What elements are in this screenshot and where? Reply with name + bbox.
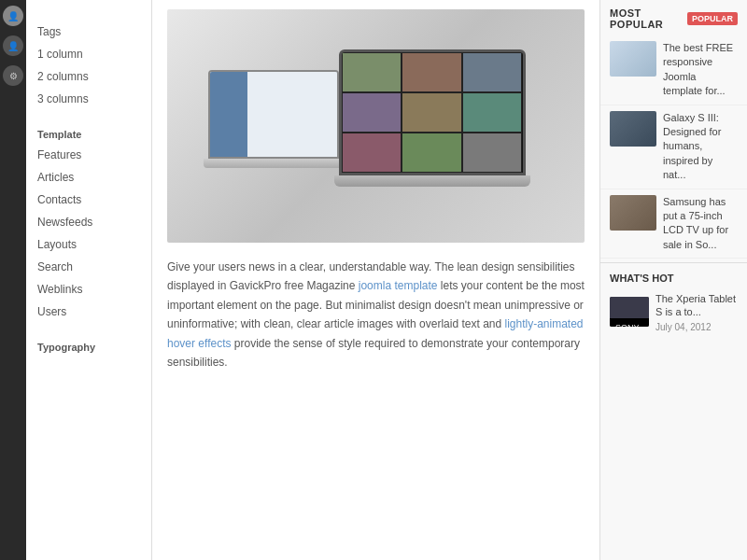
sony-label: SONY [613, 322, 642, 328]
most-popular-header: MOST POPULAR POPULAR [600, 0, 747, 35]
nav-tags[interactable]: Tags [26, 21, 151, 43]
icon-sidebar: 👤 👤 ⚙ [0, 0, 26, 560]
nav-articles[interactable]: Articles [26, 166, 151, 189]
nav-features[interactable]: Features [26, 144, 151, 166]
typography-section-title: Typography [26, 334, 151, 357]
hot-article-1-thumb: SONY [610, 297, 649, 327]
article-3-text: Samsung has put a 75-inch LCD TV up for … [663, 195, 738, 253]
nav-contacts[interactable]: Contacts [26, 189, 151, 211]
hot-article-1[interactable]: SONY The Xperia Tablet S is a to... July… [600, 287, 747, 337]
person-circle-icon[interactable]: 👤 [3, 35, 23, 56]
nav-2col[interactable]: 2 columns [26, 65, 151, 88]
hot-article-1-title: The Xperia Tablet S is a to... [655, 292, 738, 319]
nav-1col[interactable]: 1 column [26, 43, 151, 65]
article-1-text: The best FREE responsive Joomla template… [663, 41, 738, 99]
nav-search[interactable]: Search [26, 256, 151, 278]
article-1-thumb [610, 41, 656, 77]
joomla-template-link[interactable]: joomla template [359, 279, 438, 292]
template-section-title: Template [26, 121, 151, 144]
nav-newsfeeds[interactable]: Newsfeeds [26, 211, 151, 233]
hot-article-1-info: The Xperia Tablet S is a to... July 04, … [655, 292, 738, 332]
main-content: Give your users news in a clear, underst… [152, 0, 599, 560]
nav-3col[interactable]: 3 columns [26, 88, 151, 110]
person-icon[interactable]: 👤 [3, 6, 23, 26]
nav-weblinks[interactable]: Weblinks [26, 278, 151, 301]
right-sidebar: MOST POPULAR POPULAR The best FREE respo… [599, 0, 747, 560]
whats-hot-title: WHAT'S HOT [600, 267, 747, 287]
hot-article-1-date: July 04, 2012 [655, 322, 738, 332]
popular-article-1[interactable]: The best FREE responsive Joomla template… [600, 35, 747, 105]
laptop-left [208, 70, 358, 182]
popular-article-3[interactable]: Samsung has put a 75-inch LCD TV up for … [600, 189, 747, 259]
nav-layouts[interactable]: Layouts [26, 233, 151, 256]
nav-sidebar: Tags 1 column 2 columns 3 columns Templa… [26, 0, 152, 560]
main-description: Give your users news in a clear, underst… [167, 258, 585, 371]
article-3-thumb [610, 195, 656, 231]
sidebar-divider [600, 262, 747, 263]
article-2-thumb [610, 111, 656, 147]
nav-users[interactable]: Users [26, 301, 151, 323]
article-2-text: Galaxy S III: Designed for humans, inspi… [663, 111, 738, 183]
laptop-right [339, 49, 544, 203]
gear-icon[interactable]: ⚙ [3, 65, 23, 86]
popular-article-2[interactable]: Galaxy S III: Designed for humans, inspi… [600, 105, 747, 189]
popular-badge: POPULAR [687, 12, 738, 25]
main-text-section: Give your users news in a clear, underst… [167, 258, 585, 371]
most-popular-title: MOST POPULAR [610, 7, 682, 30]
hero-image [167, 9, 585, 243]
